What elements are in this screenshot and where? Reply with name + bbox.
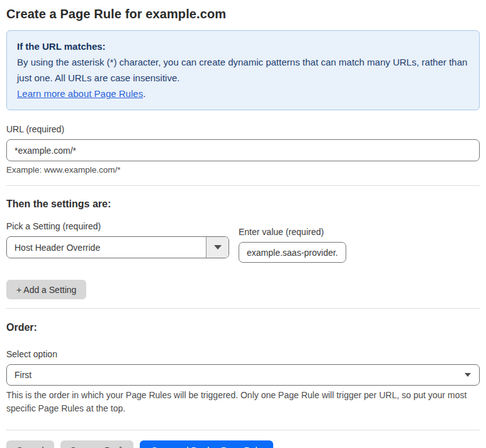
- form-actions: Cancel Save as Draft Save and Deploy Pag…: [6, 440, 480, 448]
- order-section-heading: Order:: [6, 322, 480, 333]
- setting-value-input[interactable]: [239, 242, 346, 263]
- url-matches-info-box: If the URL matches: By using the asteris…: [6, 30, 480, 110]
- info-box-body: By using the asterisk (*) character, you…: [17, 54, 469, 86]
- order-select[interactable]: First: [6, 364, 480, 386]
- info-box-heading: If the URL matches:: [17, 38, 469, 54]
- url-input[interactable]: [6, 139, 480, 161]
- url-label: URL (required): [6, 124, 480, 134]
- add-setting-button[interactable]: + Add a Setting: [6, 280, 86, 299]
- pick-setting-label: Pick a Setting (required): [6, 221, 229, 231]
- info-box-link-row: Learn more about Page Rules.: [17, 86, 469, 101]
- enter-value-label: Enter value (required): [239, 227, 346, 237]
- chevron-down-icon: [465, 373, 479, 377]
- divider: [6, 185, 480, 186]
- url-example-helper: Example: www.example.com/*: [6, 165, 480, 175]
- order-selected-value: First: [7, 370, 465, 380]
- setting-row: Pick a Setting (required) Host Header Ov…: [6, 221, 480, 263]
- divider: [6, 308, 480, 309]
- url-field-group: URL (required) Example: www.example.com/…: [6, 124, 480, 175]
- settings-section-heading: Then the settings are:: [6, 198, 480, 210]
- setting-value-group: Enter value (required): [239, 227, 346, 263]
- divider: [6, 430, 480, 430]
- cancel-button[interactable]: Cancel: [6, 440, 54, 448]
- pick-setting-selected-value: Host Header Override: [7, 243, 206, 253]
- order-help-text: This is the order in which your Page Rul…: [6, 389, 475, 415]
- select-option-label: Select option: [6, 349, 480, 359]
- save-and-deploy-button[interactable]: Save and Deploy Page Rule: [140, 440, 273, 448]
- pick-setting-select[interactable]: Host Header Override: [6, 236, 229, 258]
- pick-setting-group: Pick a Setting (required) Host Header Ov…: [6, 221, 229, 258]
- save-as-draft-button[interactable]: Save as Draft: [60, 440, 134, 448]
- chevron-down-icon: [206, 237, 229, 258]
- learn-more-link[interactable]: Learn more about Page Rules: [17, 88, 143, 99]
- page-title: Create a Page Rule for example.com: [6, 7, 480, 21]
- create-page-rule-form: Create a Page Rule for example.com If th…: [0, 0, 486, 448]
- link-suffix: .: [143, 88, 145, 99]
